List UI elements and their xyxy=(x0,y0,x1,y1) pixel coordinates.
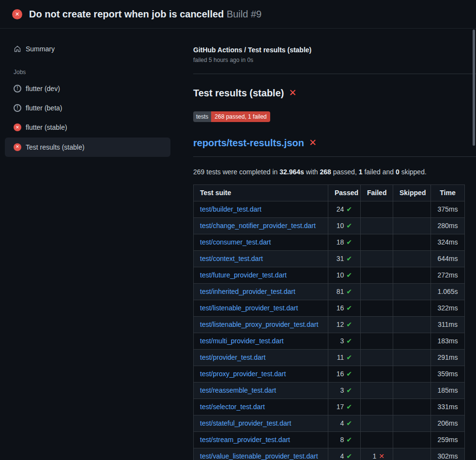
test-suite-link[interactable]: test/future_provider_test.dart xyxy=(200,271,287,279)
test-suite-link[interactable]: test/listenable_proxy_provider_test.dart xyxy=(200,321,318,328)
suite-cell: test/provider_test.dart xyxy=(194,349,328,366)
passed-cell: 81✔ xyxy=(328,283,361,300)
passed-count: 4 xyxy=(340,419,344,427)
time-cell: 183ms xyxy=(431,333,465,349)
suite-cell: test/change_notifier_provider_test.dart xyxy=(194,217,328,234)
jobs-list: ! flutter (dev) ! flutter (beta) ✕ flutt… xyxy=(5,79,170,157)
failed-count: 1 xyxy=(372,452,376,460)
test-suite-link[interactable]: test/inherited_provider_test.dart xyxy=(200,288,295,295)
sidebar-item-summary[interactable]: Summary xyxy=(5,39,170,59)
failed-x-icon: ✕ xyxy=(309,136,317,150)
skipped-cell xyxy=(393,283,431,300)
test-suite-link[interactable]: test/context_test.dart xyxy=(200,255,263,262)
passed-cell: 3✔ xyxy=(328,382,361,399)
check-icon: ✔ xyxy=(346,353,352,361)
check-icon: ✔ xyxy=(346,304,352,312)
passed-count: 3 xyxy=(340,337,344,345)
time-cell: 280ms xyxy=(431,217,465,234)
suite-cell: test/value_listenable_provider_test.dart xyxy=(194,448,328,460)
failed-cell xyxy=(361,366,393,382)
section-title: Test results (stable) ✕ xyxy=(193,86,476,100)
skipped-cell xyxy=(393,382,431,399)
breadcrumb: GitHub Actions / Test results (stable) xyxy=(193,45,476,55)
test-suite-link[interactable]: test/consumer_test.dart xyxy=(200,238,271,246)
main-content: GitHub Actions / Test results (stable) f… xyxy=(189,29,476,460)
passed-count: 3 xyxy=(340,386,344,394)
failed-cell xyxy=(361,283,393,300)
passed-count: 11 xyxy=(337,353,344,361)
failed-cell xyxy=(361,201,393,217)
job-label: flutter (stable) xyxy=(26,123,67,132)
table-row: test/listenable_proxy_provider_test.dart… xyxy=(194,316,465,333)
passed-cell: 17✔ xyxy=(328,399,361,415)
sidebar-item-test-results-stable[interactable]: ✕ Test results (stable) xyxy=(5,138,170,157)
test-suite-link[interactable]: test/change_notifier_provider_test.dart xyxy=(200,222,316,230)
table-row: test/selector_test.dart17✔331ms xyxy=(194,399,465,415)
suite-cell: test/inherited_provider_test.dart xyxy=(194,283,328,300)
header-passed: Passed xyxy=(328,184,361,201)
run-status-line: failed 5 hours ago in 0s xyxy=(193,56,476,64)
sidebar-item-flutter-beta[interactable]: ! flutter (beta) xyxy=(5,98,170,118)
tests-badge: tests 268 passed, 1 failed xyxy=(193,111,270,122)
table-row: test/change_notifier_provider_test.dart1… xyxy=(194,217,465,234)
header: ✕ Do not create report when job is cance… xyxy=(0,0,476,29)
passed-cell: 16✔ xyxy=(328,300,361,316)
test-suite-link[interactable]: test/value_listenable_provider_test.dart xyxy=(200,452,318,460)
test-suite-link[interactable]: test/stateful_provider_test.dart xyxy=(200,419,291,427)
time-cell: 375ms xyxy=(431,201,465,217)
skipped-cell xyxy=(393,448,431,460)
test-suite-link[interactable]: test/proxy_provider_test.dart xyxy=(200,370,286,378)
table-header-row: Test suite Passed Failed Skipped Time xyxy=(194,184,465,201)
report-link[interactable]: reports/test-results.json xyxy=(193,136,304,150)
test-suite-link[interactable]: test/reassemble_test.dart xyxy=(200,386,276,394)
passed-cell: 10✔ xyxy=(328,267,361,283)
check-icon: ✔ xyxy=(346,452,352,460)
sidebar-item-flutter-stable[interactable]: ✕ flutter (stable) xyxy=(5,118,170,137)
cross-icon: ✕ xyxy=(379,452,384,460)
passed-count: 16 xyxy=(337,370,344,378)
failed-cell xyxy=(361,333,393,349)
sidebar-item-flutter-dev[interactable]: ! flutter (dev) xyxy=(5,79,170,98)
table-row: test/value_listenable_provider_test.dart… xyxy=(194,448,465,460)
sidebar: Summary Jobs ! flutter (dev) ! flutter (… xyxy=(0,29,189,157)
summary-skipped-count: 0 xyxy=(396,168,399,176)
passed-cell: 4✔ xyxy=(328,448,361,460)
test-results-table: Test suite Passed Failed Skipped Time te… xyxy=(193,184,465,460)
passed-count: 16 xyxy=(337,304,344,312)
layout: Summary Jobs ! flutter (dev) ! flutter (… xyxy=(0,29,476,460)
suite-cell: test/context_test.dart xyxy=(194,250,328,267)
table-row: test/reassemble_test.dart3✔185ms xyxy=(194,382,465,399)
suite-cell: test/selector_test.dart xyxy=(194,399,328,415)
summary-text: 269 tests were completed in xyxy=(193,168,279,176)
header-time: Time xyxy=(431,184,465,201)
summary-passed-count: 268 xyxy=(320,168,331,176)
skipped-cell xyxy=(393,267,431,283)
test-suite-link[interactable]: test/multi_provider_test.dart xyxy=(200,337,284,345)
divider xyxy=(193,74,476,74)
test-suite-link[interactable]: test/provider_test.dart xyxy=(200,353,265,361)
test-suite-link[interactable]: test/listenable_provider_test.dart xyxy=(200,304,298,312)
failed-x-icon: ✕ xyxy=(289,86,296,100)
passed-count: 81 xyxy=(337,288,344,295)
scrollbar-thumb[interactable] xyxy=(473,30,475,146)
test-suite-link[interactable]: test/stream_provider_test.dart xyxy=(200,436,290,444)
suite-cell: test/listenable_provider_test.dart xyxy=(194,300,328,316)
passed-cell: 10✔ xyxy=(328,217,361,234)
suite-cell: test/consumer_test.dart xyxy=(194,234,328,250)
failed-cell: 1✕ xyxy=(361,448,393,460)
summary-text: passed, xyxy=(331,168,359,176)
skipped-cell xyxy=(393,399,431,415)
table-row: test/builder_test.dart24✔375ms xyxy=(194,201,465,217)
time-cell: 302ms xyxy=(431,448,465,460)
badge-value: 268 passed, 1 failed xyxy=(211,111,270,122)
check-icon: ✔ xyxy=(346,321,352,328)
section-title-text: Test results (stable) xyxy=(193,86,284,100)
suite-cell: test/listenable_proxy_provider_test.dart xyxy=(194,316,328,333)
test-suite-link[interactable]: test/builder_test.dart xyxy=(200,205,261,213)
time-cell: 311ms xyxy=(431,316,465,333)
test-suite-link[interactable]: test/selector_test.dart xyxy=(200,403,265,411)
passed-cell: 4✔ xyxy=(328,415,361,431)
time-cell: 359ms xyxy=(431,366,465,382)
table-row: test/provider_test.dart11✔291ms xyxy=(194,349,465,366)
job-label: flutter (dev) xyxy=(26,84,60,93)
